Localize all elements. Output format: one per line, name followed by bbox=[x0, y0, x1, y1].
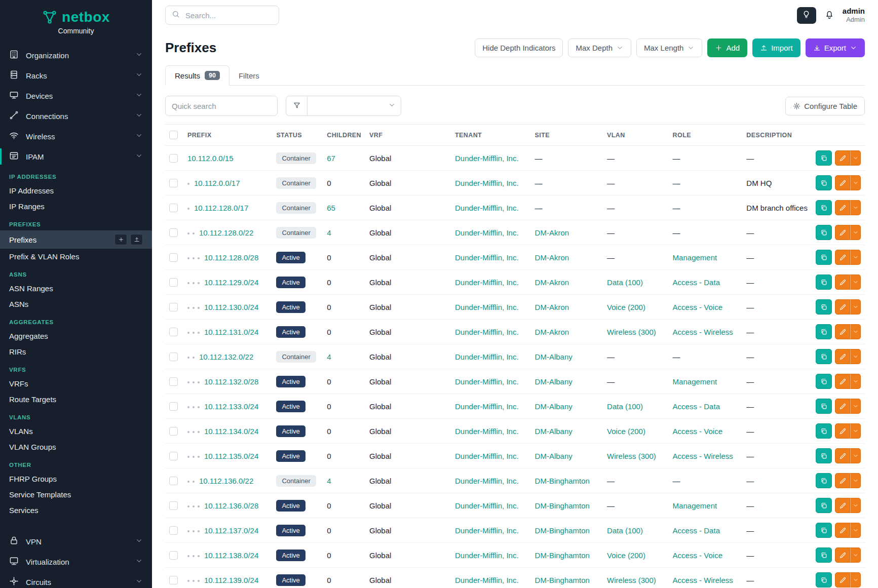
copy-button[interactable] bbox=[816, 175, 832, 190]
edit-button[interactable] bbox=[835, 523, 850, 538]
row-checkbox[interactable] bbox=[169, 204, 178, 212]
edit-dropdown-button[interactable] bbox=[850, 448, 861, 463]
add-button[interactable]: Add bbox=[707, 38, 747, 57]
saved-filter-select[interactable] bbox=[307, 96, 401, 116]
row-checkbox[interactable] bbox=[169, 402, 178, 411]
edit-button[interactable] bbox=[835, 498, 850, 513]
tenant-link[interactable]: Dunder-Mifflin, Inc. bbox=[455, 377, 519, 386]
prefix-link[interactable]: 10.112.139.0/24 bbox=[204, 576, 258, 584]
copy-button[interactable] bbox=[816, 349, 832, 364]
vlan-link[interactable]: Data (100) bbox=[607, 278, 643, 287]
tenant-link[interactable]: Dunder-Mifflin, Inc. bbox=[455, 278, 519, 287]
sidebar-item-racks[interactable]: Racks bbox=[0, 65, 152, 86]
copy-button[interactable] bbox=[816, 200, 832, 215]
site-link[interactable]: DM-Albany bbox=[535, 377, 572, 386]
vlan-link[interactable]: Wireless (300) bbox=[607, 452, 656, 460]
tenant-link[interactable]: Dunder-Mifflin, Inc. bbox=[455, 228, 519, 237]
site-link[interactable]: DM-Akron bbox=[535, 328, 569, 336]
copy-button[interactable] bbox=[816, 150, 832, 166]
prefix-link[interactable]: 10.112.129.0/24 bbox=[204, 278, 258, 287]
quick-add-prefix-button[interactable] bbox=[114, 234, 127, 245]
role-link[interactable]: Management bbox=[673, 377, 717, 386]
tenant-link[interactable]: Dunder-Mifflin, Inc. bbox=[455, 154, 519, 163]
row-checkbox[interactable] bbox=[169, 253, 178, 262]
site-link[interactable]: DM-Albany bbox=[535, 352, 572, 361]
sidebar-item-asn-ranges[interactable]: ASN Ranges bbox=[0, 281, 152, 296]
row-checkbox[interactable] bbox=[169, 352, 178, 361]
column-header-site[interactable]: SITE bbox=[531, 125, 603, 146]
copy-button[interactable] bbox=[816, 275, 832, 290]
prefix-link[interactable]: 10.112.136.0/28 bbox=[204, 501, 258, 510]
edit-dropdown-button[interactable] bbox=[850, 175, 861, 190]
edit-dropdown-button[interactable] bbox=[850, 423, 861, 439]
row-checkbox[interactable] bbox=[169, 477, 178, 485]
edit-button[interactable] bbox=[835, 473, 850, 488]
edit-dropdown-button[interactable] bbox=[850, 250, 861, 265]
site-link[interactable]: DM-Akron bbox=[535, 253, 569, 262]
row-checkbox[interactable] bbox=[169, 452, 178, 460]
copy-button[interactable] bbox=[816, 498, 832, 513]
row-checkbox[interactable] bbox=[169, 303, 178, 311]
row-checkbox[interactable] bbox=[169, 576, 178, 584]
edit-dropdown-button[interactable] bbox=[850, 275, 861, 290]
sidebar-item-organization[interactable]: Organization bbox=[0, 45, 152, 65]
sidebar-item-fhrp-groups[interactable]: FHRP Groups bbox=[0, 471, 152, 487]
site-link[interactable]: DM-Binghamton bbox=[535, 501, 590, 510]
role-link[interactable]: Access - Voice bbox=[673, 427, 722, 436]
sidebar-item-vlans[interactable]: VLANs bbox=[0, 423, 152, 439]
tenant-link[interactable]: Dunder-Mifflin, Inc. bbox=[455, 352, 519, 361]
search-input[interactable] bbox=[184, 11, 273, 20]
site-link[interactable]: DM-Binghamton bbox=[535, 576, 590, 584]
export-button[interactable]: Export bbox=[806, 38, 865, 57]
children-count-link[interactable]: 65 bbox=[327, 204, 335, 212]
children-count-link[interactable]: 67 bbox=[327, 154, 335, 163]
prefix-link[interactable]: 10.112.130.0/24 bbox=[204, 303, 258, 311]
children-count-link[interactable]: 4 bbox=[327, 477, 331, 485]
vlan-link[interactable]: Wireless (300) bbox=[607, 576, 656, 584]
vlan-link[interactable]: Wireless (300) bbox=[607, 328, 656, 336]
role-link[interactable]: Access - Wireless bbox=[673, 328, 733, 336]
tenant-link[interactable]: Dunder-Mifflin, Inc. bbox=[455, 551, 519, 560]
prefix-link[interactable]: 10.112.128.0/28 bbox=[204, 253, 258, 262]
sidebar-item-rirs[interactable]: RIRs bbox=[0, 344, 152, 360]
role-link[interactable]: Management bbox=[673, 501, 717, 510]
copy-button[interactable] bbox=[816, 399, 832, 414]
site-link[interactable]: DM-Akron bbox=[535, 278, 569, 287]
tenant-link[interactable]: Dunder-Mifflin, Inc. bbox=[455, 328, 519, 336]
copy-button[interactable] bbox=[816, 448, 832, 463]
notifications-button[interactable] bbox=[824, 10, 834, 21]
edit-dropdown-button[interactable] bbox=[850, 374, 861, 389]
column-header-prefix[interactable]: PREFIX bbox=[183, 125, 272, 146]
role-link[interactable]: Access - Data bbox=[673, 278, 720, 287]
site-link[interactable]: DM-Albany bbox=[535, 452, 572, 460]
tenant-link[interactable]: Dunder-Mifflin, Inc. bbox=[455, 303, 519, 311]
select-all-checkbox[interactable] bbox=[169, 131, 178, 139]
sidebar-item-aggregates[interactable]: Aggregates bbox=[0, 328, 152, 344]
sidebar-item-service-templates[interactable]: Service Templates bbox=[0, 487, 152, 502]
edit-dropdown-button[interactable] bbox=[850, 399, 861, 414]
vlan-link[interactable]: Data (100) bbox=[607, 402, 643, 411]
prefix-link[interactable]: 10.112.132.0/22 bbox=[199, 352, 253, 361]
sidebar-item-connections[interactable]: Connections bbox=[0, 106, 152, 126]
edit-button[interactable] bbox=[835, 324, 850, 339]
prefix-link[interactable]: 10.112.134.0/24 bbox=[204, 427, 258, 436]
sidebar-item-asns[interactable]: ASNs bbox=[0, 296, 152, 312]
sidebar-item-ip-addresses[interactable]: IP Addresses bbox=[0, 183, 152, 199]
edit-button[interactable] bbox=[835, 572, 850, 587]
sidebar-item-devices[interactable]: Devices bbox=[0, 86, 152, 106]
sidebar-item-circuits[interactable]: Circuits bbox=[0, 572, 152, 588]
column-header-role[interactable]: ROLE bbox=[669, 125, 743, 146]
prefix-link[interactable]: 10.112.128.0/22 bbox=[199, 228, 253, 237]
quick-search-input[interactable] bbox=[165, 96, 278, 116]
tenant-link[interactable]: Dunder-Mifflin, Inc. bbox=[455, 204, 519, 212]
sidebar-item-ip-ranges[interactable]: IP Ranges bbox=[0, 199, 152, 214]
max-depth-dropdown[interactable]: Max Depth bbox=[568, 38, 631, 57]
theme-toggle-button[interactable] bbox=[797, 7, 816, 24]
tenant-link[interactable]: Dunder-Mifflin, Inc. bbox=[455, 402, 519, 411]
row-checkbox[interactable] bbox=[169, 551, 178, 560]
row-checkbox[interactable] bbox=[169, 328, 178, 336]
copy-button[interactable] bbox=[816, 423, 832, 439]
prefix-link[interactable]: 10.112.135.0/24 bbox=[204, 452, 258, 460]
children-count-link[interactable]: 4 bbox=[327, 352, 331, 361]
sidebar-item-vrfs[interactable]: VRFs bbox=[0, 376, 152, 391]
